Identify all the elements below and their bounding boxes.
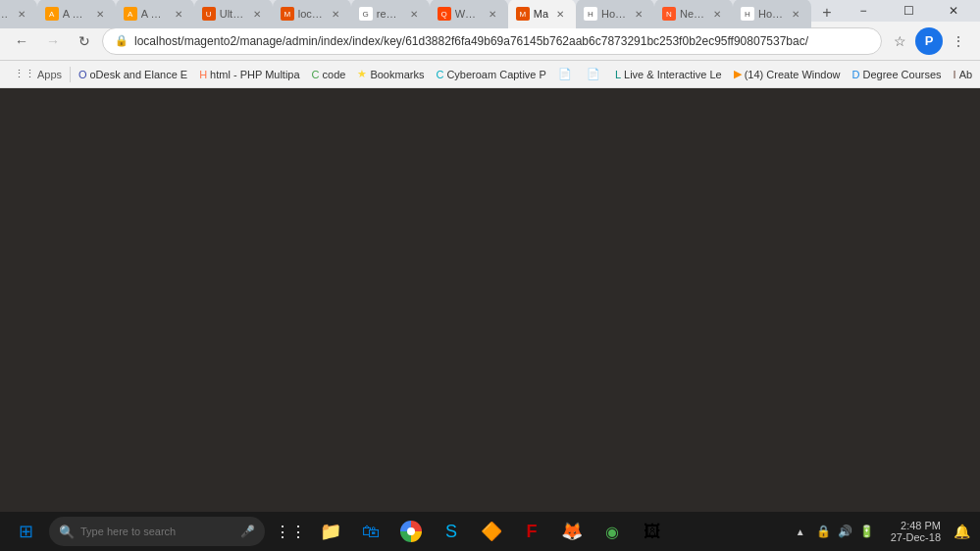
bookmark-label: Degree Courses [862, 69, 941, 80]
bookmark-item-bm-bookmarks[interactable]: ★Bookmarks [351, 66, 430, 82]
bookmark-star-button[interactable]: ☆ [886, 27, 913, 55]
close-button[interactable]: ✕ [931, 0, 976, 22]
browser-frame: M M V Nec ✕ G Angular ✕ A Home ✕ J Jobs … [0, 0, 980, 551]
browser-tab-tab-home4[interactable]: H Home ✕ [733, 0, 811, 28]
browser-tab-tab-editpa[interactable]: E Edit Pa ✕ [0, 0, 37, 28]
network-icon[interactable]: 🔒 [814, 522, 834, 541]
bookmark-favicon: I [954, 69, 956, 80]
address-bar[interactable]: 🔒 localhost/magento2/manage/admin/index/… [102, 27, 882, 55]
tab-close-button[interactable]: ✕ [92, 6, 108, 22]
taskbar-item-ts-filezilla[interactable]: F [512, 512, 551, 551]
tab-favicon: U [202, 7, 216, 21]
bookmarks-bar: ⋮⋮ Apps OoDesk and Elance EHhtml - PHP M… [0, 61, 980, 88]
search-icon: 🔍 [59, 525, 75, 539]
bookmark-item-bm-degree[interactable]: DDegree Courses [847, 67, 948, 82]
bookmark-item-bm-odesk[interactable]: OoDesk and Elance E [73, 67, 193, 82]
settings-button[interactable]: ⋮ [945, 27, 972, 55]
tab-label: Ma [534, 8, 548, 20]
bookmark-item-bm-yt14[interactable]: ▶(14) Create Window [728, 66, 847, 82]
bookmark-item-bm-code[interactable]: Ccode [306, 67, 352, 82]
browser-tab-tab-home3[interactable]: H Home ✕ [576, 0, 654, 28]
apps-button[interactable]: ⋮⋮ Apps [8, 66, 68, 82]
start-button[interactable]: ⊞ [4, 512, 47, 551]
notification-button[interactable]: 🔔 [951, 512, 972, 551]
tab-close-button[interactable]: ✕ [328, 6, 343, 22]
bookmark-favicon: L [615, 69, 621, 80]
tab-favicon: M [281, 7, 294, 21]
taskbar-clock[interactable]: 2:48 PM 27-Dec-18 [883, 512, 949, 551]
bookmark-item-bm-inkoniq[interactable]: IAbout Inkoniq | UX [948, 67, 972, 82]
back-button[interactable]: ← [8, 27, 35, 55]
tab-close-button[interactable]: ✕ [485, 6, 500, 22]
browser-tab-tab-home2[interactable]: A A Home ✕ [116, 0, 194, 28]
bookmark-label: About Inkoniq | UX [959, 69, 972, 80]
tray-chevron[interactable]: ▲ [793, 512, 808, 551]
taskbar-item-ts-photos[interactable]: 🖼 [633, 512, 672, 551]
bookmark-label: (14) Create Window [745, 69, 841, 80]
sys-tray: 🔒 🔊 🔋 [810, 522, 881, 541]
title-bar: M M V Nec ✕ G Angular ✕ A Home ✕ J Jobs … [0, 0, 980, 22]
windows-logo-icon: ⊞ [19, 521, 33, 542]
tab-close-button[interactable]: ✕ [709, 6, 725, 22]
volume-icon[interactable]: 🔊 [836, 522, 855, 541]
tab-close-button[interactable]: ✕ [171, 6, 186, 22]
taskbar-item-ts-firefox[interactable]: 🦊 [552, 512, 592, 551]
bookmark-item-bm-cyberoam[interactable]: CCyberoam Captive P [430, 67, 551, 82]
bookmark-favicon: ▶ [734, 68, 742, 80]
tab-favicon: A [45, 7, 59, 21]
browser-tab-tab-contact[interactable]: A A Conta ✕ [37, 0, 116, 28]
taskbar-search-box[interactable]: 🔍 🎤 [49, 517, 265, 546]
browser-tab-tab-mag[interactable]: M Ma ✕ [508, 0, 576, 28]
tab-label: Home [758, 8, 784, 20]
bookmark-label: code [323, 69, 346, 80]
bookmark-label: Bookmarks [370, 69, 424, 80]
account-circle[interactable]: P [915, 27, 943, 55]
tab-close-button[interactable]: ✕ [14, 6, 29, 22]
page-content [0, 88, 980, 512]
search-input[interactable] [80, 526, 234, 537]
browser-tab-tab-rest[interactable]: G rest ap ✕ [351, 0, 430, 28]
tab-close-button[interactable]: ✕ [406, 6, 422, 22]
bookmark-label: html - PHP Multipa [210, 69, 300, 80]
taskbar: ⊞ 🔍 🎤 ⋮⋮📁🛍S🔶F🦊◉🖼 ▲ 🔒 🔊 🔋 2:48 PM 27-Dec-… [0, 512, 980, 551]
bookmark-favicon: C [312, 69, 320, 80]
bookmark-favicon: 📄 [558, 68, 572, 80]
taskbar-item-ts-skype[interactable]: S [432, 512, 471, 551]
profile-button[interactable]: P [915, 27, 943, 55]
tab-close-button[interactable]: ✕ [788, 6, 803, 22]
tab-label: New M [680, 8, 705, 20]
tab-close-button[interactable]: ✕ [631, 6, 646, 22]
tab-close-button[interactable]: ✕ [249, 6, 265, 22]
tab-label: A Home [141, 8, 167, 20]
bookmark-item-bm-live[interactable]: LLive & Interactive Le [609, 67, 728, 82]
battery-icon[interactable]: 🔋 [857, 522, 877, 541]
clock-date: 27-Dec-18 [891, 531, 941, 543]
maximize-button[interactable]: ☐ [886, 0, 931, 22]
apps-label: Apps [37, 69, 62, 80]
bookmark-item-bm-doc1[interactable]: 📄 [552, 66, 581, 82]
url-text: localhost/magento2/manage/admin/index/in… [134, 34, 869, 48]
tab-close-button[interactable]: ✕ [552, 6, 568, 22]
reload-button[interactable]: ↻ [71, 27, 98, 55]
taskbar-item-ts-unknown2[interactable]: ◉ [593, 512, 632, 551]
bookmark-label: Live & Interactive Le [624, 69, 722, 80]
forward-button[interactable]: → [39, 27, 67, 55]
nav-right-actions: ☆ P ⋮ [886, 27, 972, 55]
minimize-button[interactable]: − [841, 0, 886, 22]
bookmark-item-bm-doc2[interactable]: 📄 [581, 66, 609, 82]
clock-time: 2:48 PM [901, 520, 941, 531]
taskbar-item-ts-taskview[interactable]: ⋮⋮ [271, 512, 310, 551]
browser-tab-tab-what[interactable]: Q What i ✕ [430, 0, 508, 28]
tab-favicon: H [584, 7, 597, 21]
browser-tab-tab-ultimi[interactable]: U Ultimi ✕ [194, 0, 273, 28]
browser-tab-tab-localh[interactable]: M localh ✕ [273, 0, 351, 28]
taskbar-item-ts-unknown1[interactable]: 🔶 [472, 512, 511, 551]
taskbar-item-ts-store[interactable]: 🛍 [351, 512, 390, 551]
taskbar-right: ▲ 🔒 🔊 🔋 2:48 PM 27-Dec-18 🔔 [793, 512, 976, 551]
tab-label: localh [298, 8, 324, 20]
taskbar-item-ts-chrome[interactable] [391, 512, 431, 551]
tab-label: What i [455, 8, 481, 20]
taskbar-item-ts-explorer[interactable]: 📁 [311, 512, 350, 551]
bookmark-item-bm-html[interactable]: Hhtml - PHP Multipa [193, 67, 305, 82]
browser-tab-tab-newm[interactable]: N New M ✕ [654, 0, 733, 28]
